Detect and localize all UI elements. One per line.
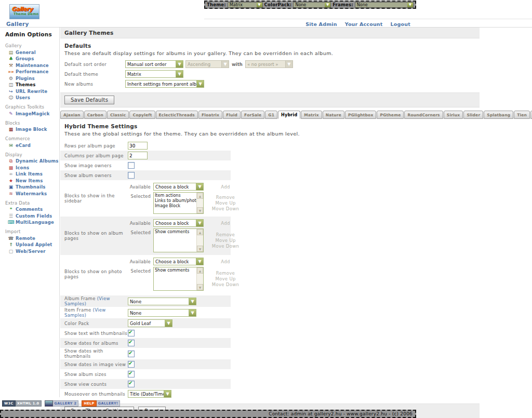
move-down-link[interactable]: Move Down xyxy=(209,282,242,287)
sidebar-item-themes[interactable]: ◫ Themes xyxy=(0,82,59,89)
sidebar-item-general[interactable]: ▤ General xyxy=(0,49,59,56)
tab-matrix[interactable]: Matrix xyxy=(301,111,322,119)
tab-eclecticthreads[interactable]: EclecticThreads xyxy=(156,111,198,119)
sidebar-item-web-server[interactable]: ▢ Web/Server xyxy=(0,248,59,255)
album-frame-select[interactable]: None ▼ xyxy=(128,298,196,305)
tab-pgtheme[interactable]: PGtheme xyxy=(377,111,404,119)
tab-fluid[interactable]: Fluid xyxy=(223,111,241,119)
tab-copyleft[interactable]: Copyleft xyxy=(129,111,155,119)
help-gallery-badge[interactable]: HELP GALLERY! xyxy=(82,400,120,407)
move-up-link[interactable]: Move Up xyxy=(209,200,242,206)
scroll-up-icon[interactable]: ▲ xyxy=(197,267,203,274)
sidebar-item-performance[interactable]: »» Performance xyxy=(0,69,59,76)
sidebar-item-remote[interactable]: ☎ Remote xyxy=(0,235,59,242)
frames-select[interactable]: None ▼ xyxy=(355,2,414,8)
tab-classic[interactable]: Classic xyxy=(107,111,129,119)
blocks-album-listbox[interactable]: Show comments ▲ ▼ xyxy=(153,228,204,252)
gallery-logo[interactable]: Gallery Theme Demo xyxy=(9,4,39,19)
tab-pglightbox[interactable]: PGlightbox xyxy=(345,111,376,119)
listbox-item[interactable]: Show comments xyxy=(154,268,196,273)
sidebar-item-groups[interactable]: ♣ Groups xyxy=(0,56,59,63)
sidebar-item-link-items[interactable]: ∞ Link Items xyxy=(0,171,59,178)
tab-g1[interactable]: G1 xyxy=(265,111,277,119)
tab-floatrix[interactable]: Floatrix xyxy=(198,111,222,119)
tab-carbon[interactable]: Carbon xyxy=(84,111,107,119)
colorpack-select[interactable]: None ▼ xyxy=(293,2,331,8)
w3c-xhtml-badge[interactable]: W3C XHTML 1.0 xyxy=(2,400,42,407)
scroll-down-icon[interactable]: ▼ xyxy=(197,284,203,290)
show-text-thumbs-checkbox[interactable] xyxy=(128,330,135,336)
listbox-item[interactable]: Links to album/photo peers xyxy=(154,198,196,204)
add-link[interactable]: Add xyxy=(209,258,242,264)
tab-siriux[interactable]: Siriux xyxy=(444,111,463,119)
breadcrumb[interactable]: Gallery xyxy=(6,21,29,27)
show-dates-albums-checkbox[interactable] xyxy=(128,340,135,346)
sidebar-item-comments[interactable]: ❝ Comments xyxy=(0,207,59,213)
sidebar-item-custom-fields[interactable]: ☰ Custom Fields xyxy=(0,213,59,220)
sidebar-item-maintenance[interactable]: ⚒ Maintenance xyxy=(0,62,59,69)
listbox-item[interactable]: Image Block xyxy=(154,204,196,209)
sidebar-item-upload-applet[interactable]: ⇑ Upload Applet xyxy=(0,242,59,249)
move-down-link[interactable]: Move Down xyxy=(209,244,242,249)
tab-splatbang[interactable]: Splatbang xyxy=(484,111,513,119)
blocks-photo-available-select[interactable]: Choose a block ▼ xyxy=(153,258,204,265)
move-up-link[interactable]: Move Up xyxy=(209,238,242,243)
new-albums-select[interactable]: Inherit settings from parent album ▼ xyxy=(125,80,204,88)
listbox-scrollbar[interactable]: ▲ ▼ xyxy=(196,193,203,213)
default-theme-select[interactable]: Matrix ▼ xyxy=(125,70,183,78)
tab-slider[interactable]: Slider xyxy=(463,111,483,119)
tab-nature[interactable]: Nature xyxy=(323,111,344,119)
tab-roundcorners[interactable]: RoundCorners xyxy=(404,111,443,119)
add-link[interactable]: Add xyxy=(209,219,242,226)
your-account-link[interactable]: Your Account xyxy=(345,21,383,27)
rows-per-page-input[interactable] xyxy=(128,142,148,150)
sidebar-item-icons[interactable]: ▩ Icons xyxy=(0,165,59,171)
show-album-sizes-checkbox[interactable] xyxy=(128,371,135,377)
show-album-owners-checkbox[interactable] xyxy=(128,172,135,179)
sidebar-item-thumbnails[interactable]: ▣ Thumbnails xyxy=(0,184,59,191)
tab-forsale[interactable]: ForSale xyxy=(241,111,264,119)
show-dates-image-view-checkbox[interactable] xyxy=(128,361,135,368)
cols-per-page-input[interactable] xyxy=(128,152,148,159)
move-down-link[interactable]: Move Down xyxy=(209,206,242,211)
scroll-down-icon[interactable]: ▼ xyxy=(197,246,203,252)
blocks-album-available-select[interactable]: Choose a block ▼ xyxy=(153,219,204,227)
sidebar-item-plugins[interactable]: ⚙ Plugins xyxy=(0,75,59,82)
show-dates-thumbs-checkbox[interactable] xyxy=(128,350,135,357)
scroll-up-icon[interactable]: ▲ xyxy=(197,193,203,199)
sidebar-item-multilanguage[interactable]: ⌨ MultiLanguage xyxy=(0,220,59,226)
remove-link[interactable]: Remove xyxy=(209,195,242,200)
sidebar-item-new-items[interactable]: ★ New Items xyxy=(0,178,59,184)
sidebar-item-users[interactable]: ☺ Users xyxy=(0,95,59,102)
add-link[interactable]: Add xyxy=(209,183,242,190)
save-defaults-button[interactable]: Save Defaults xyxy=(64,96,114,104)
sidebar-item-dynamic-albums[interactable]: ⧉ Dynamic Albums xyxy=(0,158,59,165)
listbox-item[interactable]: Item actions xyxy=(154,193,196,198)
gallery2-badge[interactable]: GALLERY 2 xyxy=(45,400,79,407)
listbox-scrollbar[interactable]: ▲ ▼ xyxy=(196,267,203,290)
show-image-owners-checkbox[interactable] xyxy=(128,162,135,169)
sidebar-item-image-block[interactable]: ▦ Image Block xyxy=(0,127,59,133)
item-frame-select[interactable]: None ▼ xyxy=(128,309,196,317)
listbox-item[interactable]: Show comments xyxy=(154,230,196,235)
logout-link[interactable]: Logout xyxy=(391,21,410,27)
site-admin-link[interactable]: Site Admin xyxy=(305,21,337,27)
listbox-scrollbar[interactable]: ▲ ▼ xyxy=(196,229,203,252)
blocks-sidebar-listbox[interactable]: Item actions Links to album/photo peers … xyxy=(153,192,204,214)
theme-select[interactable]: Matrix ▼ xyxy=(228,2,263,8)
tab-ajaxian[interactable]: Ajaxian xyxy=(60,111,84,119)
remove-link[interactable]: Remove xyxy=(209,232,242,237)
tab-hybrid[interactable]: Hybrid xyxy=(278,111,300,119)
scroll-down-icon[interactable]: ▼ xyxy=(197,207,203,213)
sidebar-item-watermarks[interactable]: ≋ Watermarks xyxy=(0,191,59,197)
sidebar-item-url-rewrite[interactable]: ↪ URL Rewrite xyxy=(0,88,59,95)
blocks-sidebar-available-select[interactable]: Choose a block ▼ xyxy=(153,183,204,191)
tab-tien[interactable]: Tien xyxy=(514,111,530,119)
scroll-up-icon[interactable]: ▲ xyxy=(197,229,203,235)
sidebar-item-imagemagick[interactable]: ✎ ImageMagick xyxy=(0,111,59,117)
blocks-photo-listbox[interactable]: Show comments ▲ ▼ xyxy=(153,267,204,291)
show-view-counts-checkbox[interactable] xyxy=(128,381,135,387)
mouseover-thumbs-select[interactable]: Title (Date/Time) ▼ xyxy=(128,390,171,398)
remove-link[interactable]: Remove xyxy=(209,271,242,276)
sidebar-item-ecard[interactable]: ✉ eCard xyxy=(0,142,59,149)
